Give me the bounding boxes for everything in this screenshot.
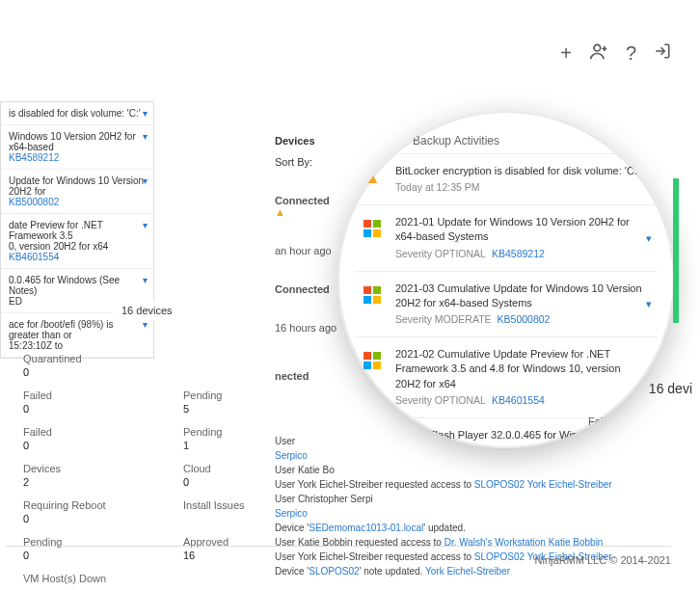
top-toolbar: + ? (0, 34, 700, 72)
alert-row[interactable]: 2021-01 Update for Windows 10 Version 20… (355, 204, 658, 270)
activity-row: Device 'SEDemomac1013-01.local' updated. (275, 521, 680, 535)
shield-icon: 🛡 (395, 416, 406, 427)
add-user-icon[interactable] (589, 41, 608, 66)
user-link[interactable]: York Eichel-Streiber (425, 566, 510, 577)
status-connected: Connected (275, 283, 330, 295)
status-connected: nected (275, 370, 309, 382)
alert-title: 2021-01 Update for Windows 10 Version 20… (395, 215, 648, 245)
activity-row: Device 'SLOPOS02' note updated. York Eic… (275, 564, 680, 578)
chevron-down-icon[interactable]: ▾ (143, 220, 148, 230)
stat-vmhosts: VM Host(s) Down (23, 569, 154, 588)
tabs[interactable]: Backup Activities (355, 134, 658, 153)
devices-header: Devices (275, 135, 366, 147)
add-icon[interactable]: + (560, 42, 572, 65)
stat-reboot: Requiring Reboot0 (23, 496, 154, 528)
warn-icon: ▲ (275, 206, 285, 218)
help-icon[interactable]: ? (626, 42, 636, 65)
user-link[interactable]: Serpico (275, 508, 308, 519)
kb-link[interactable]: KB4601554 (492, 394, 545, 406)
svg-point-0 (594, 44, 601, 51)
user-link[interactable]: Serpico (275, 450, 308, 461)
alert-row[interactable]: is disabled for disk volume: 'C:' ▾ (1, 102, 153, 125)
activity-row: Serpico (275, 448, 680, 463)
logout-icon[interactable] (654, 42, 671, 65)
alert-title: 2021-02 Cumulative Update Preview for .N… (395, 347, 648, 391)
chevron-down-icon[interactable]: ▾ (646, 231, 652, 244)
activity-row: User Christopher Serpi (275, 492, 680, 506)
alert-row[interactable]: Windows 10 Version 20H2 for x64-based KB… (1, 125, 153, 170)
sort-label[interactable]: Sort By: (275, 156, 366, 168)
stat-failed: Failed (588, 416, 617, 427)
alert-time: Today at 12:35 PM (395, 180, 639, 195)
alert-title: is disabled for disk volume: 'C:' (9, 108, 141, 119)
alert-row[interactable]: date Preview for .NET Framework 3.5 0, v… (1, 214, 153, 269)
alert-title: date Preview for .NET Framework 3.5 0, v… (9, 220, 146, 252)
stat-devices: Devices2 (23, 459, 154, 492)
alert-row[interactable]: 2021-03 Cumulative Update for Windows 10… (355, 271, 658, 336)
magnifier-view: Backup Activities ▲ BitLocker encryption… (337, 111, 675, 448)
chevron-down-icon[interactable]: ▾ (143, 175, 148, 186)
chevron-down-icon[interactable]: ▾ (143, 131, 148, 142)
alert-title: 2021-03 Cumulative Update for Windows 10… (395, 282, 648, 311)
right-column (661, 178, 690, 323)
stat-failed: Failed0 (23, 386, 154, 418)
right-device-count: 16 devi (649, 381, 692, 396)
stat-quarantined: Quarantined0 (23, 349, 154, 382)
chevron-down-icon[interactable]: ▾ (646, 298, 652, 310)
kb-link[interactable]: KB4589212 (492, 248, 545, 259)
activity-row: Serpico (275, 506, 680, 521)
stat-pending: Pending5 (183, 386, 314, 418)
alert-row[interactable]: Update for Windows 10 Version 20H2 for K… (1, 170, 153, 214)
kb-link[interactable]: KB4601554 (9, 252, 146, 262)
activity-row: User York Eichel-Streiber requested acce… (275, 477, 680, 492)
kb-link[interactable]: KB4589212 (9, 152, 146, 163)
alert-title: BitLocker encryption is disabled for dis… (395, 164, 639, 178)
device-link[interactable]: SLOPOS02 (309, 566, 359, 577)
stat-failed: Failed0 (23, 422, 154, 455)
status-connected: Connected (275, 195, 330, 206)
device-link[interactable]: SEDemomac1013-01.local (309, 523, 423, 533)
device-link[interactable]: SLOPOS02 York Eichel-Streiber (474, 479, 612, 490)
kb-link[interactable]: KB5000802 (9, 197, 146, 207)
chevron-down-icon[interactable]: ▾ (143, 319, 148, 330)
alert-title: Windows 10 Version 20H2 for x64-based (9, 131, 146, 152)
chevron-down-icon[interactable]: ▾ (143, 275, 148, 285)
windows-icon (359, 282, 386, 308)
device-count: 16 devices (114, 301, 180, 320)
status-bar (673, 178, 679, 323)
alert-row[interactable]: 2021-02 Cumulative Update Preview for .N… (355, 336, 658, 417)
kb-link[interactable]: KB5000802 (498, 313, 551, 325)
windows-icon (359, 215, 386, 242)
alert-title: Update for Windows 10 Version 20H2 for (9, 175, 146, 197)
alert-title: 0.0.465 for Windows (See Notes) (9, 275, 146, 296)
chevron-down-icon[interactable]: ▾ (143, 108, 148, 119)
chevron-down-icon[interactable]: ▾ (646, 174, 652, 186)
activity-row: User Katie Bo (275, 463, 680, 477)
alert-row[interactable]: ▲ BitLocker encryption is disabled for d… (355, 153, 658, 204)
footer-copyright: NinjaRMM LLC © 2014-2021 (6, 546, 671, 566)
